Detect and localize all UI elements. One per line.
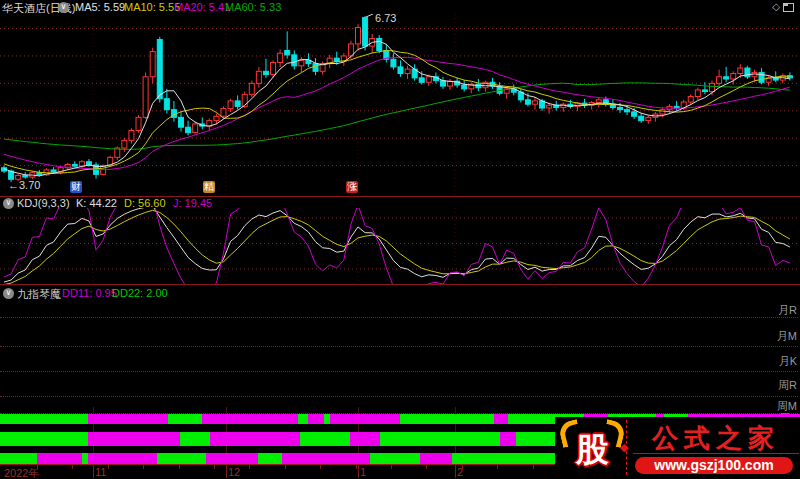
axis-tick <box>285 465 286 469</box>
collapse-main-icon[interactable]: ∨ <box>58 2 69 13</box>
sub-indicator-title: 九指琴魔 <box>17 287 61 302</box>
axis-label: 2022年 <box>4 466 39 479</box>
axis-tick <box>179 465 180 469</box>
app-window: 华天酒店(日线) ∨ MA5: 5.59 MA10: 5.55 MA20: 5.… <box>0 0 800 479</box>
main-chart-pane[interactable]: 6.73 <box>0 14 800 196</box>
watermark-url: www.gszj100.com <box>635 457 793 474</box>
collapse-sub-icon[interactable]: ∨ <box>3 288 14 299</box>
axis-tick <box>72 465 73 469</box>
dd22-value: DD22: 2.00 <box>112 287 168 299</box>
bull-logo-icon: 股 <box>559 419 625 477</box>
sub-gridline <box>0 346 798 347</box>
axis-tick <box>249 465 250 469</box>
event-tag-zhang[interactable]: 涨 <box>346 181 358 193</box>
axis-tick <box>426 465 427 469</box>
event-tag-jing[interactable]: 精 <box>203 181 215 193</box>
restore-window-icon[interactable] <box>783 3 794 12</box>
axis-tick <box>214 465 215 469</box>
row-label-month-m: 月M <box>777 329 797 344</box>
axis-tick <box>497 465 498 469</box>
pane-divider-1 <box>0 196 800 197</box>
axis-label: 12 <box>228 466 240 478</box>
dd11-value: DD11: 0.95 <box>62 287 117 299</box>
event-tag-cai[interactable]: 财 <box>70 181 82 193</box>
diamond-bullet-icon: ◆ <box>620 441 628 454</box>
axis-month-tick <box>226 465 227 478</box>
watermark: 股 ◆ 公式之家 www.gszj100.com <box>555 417 800 479</box>
watermark-logo-char: 股 <box>576 428 609 473</box>
axis-tick <box>533 465 534 469</box>
axis-tick <box>391 465 392 469</box>
axis-tick <box>37 465 38 469</box>
sub-gridline <box>0 317 798 318</box>
ma5-label: MA5: 5.59 <box>75 1 125 13</box>
watermark-underline <box>633 453 799 454</box>
axis-tick <box>462 465 463 469</box>
axis-month-tick <box>93 465 94 478</box>
diamond-icon[interactable]: ◇ <box>772 1 780 12</box>
kdj-chart-pane[interactable] <box>0 208 800 284</box>
axis-label: 11 <box>95 466 106 478</box>
sub-gridline <box>0 396 798 397</box>
axis-tick <box>320 465 321 469</box>
row-label-month-k: 月K <box>779 354 797 369</box>
watermark-brand: 公式之家 <box>635 421 797 456</box>
svg-text:6.73: 6.73 <box>375 14 396 24</box>
axis-month-tick <box>455 465 456 478</box>
ma60-label: MA60: 5.33 <box>225 1 281 13</box>
axis-tick <box>143 465 144 469</box>
axis-month-tick <box>358 465 359 478</box>
axis-tick <box>108 465 109 469</box>
low-price-label: ←3.70 <box>8 179 40 191</box>
axis-tick <box>356 465 357 469</box>
axis-label: 1 <box>360 466 366 478</box>
ma10-label: MA10: 5.55 <box>124 1 180 13</box>
sub-gridline <box>0 371 798 372</box>
ma20-label: MA20: 5.41 <box>174 1 230 13</box>
row-label-month-r: 月R <box>778 303 797 318</box>
row-label-week-r: 周R <box>778 378 797 393</box>
pane-divider-2 <box>0 284 800 285</box>
